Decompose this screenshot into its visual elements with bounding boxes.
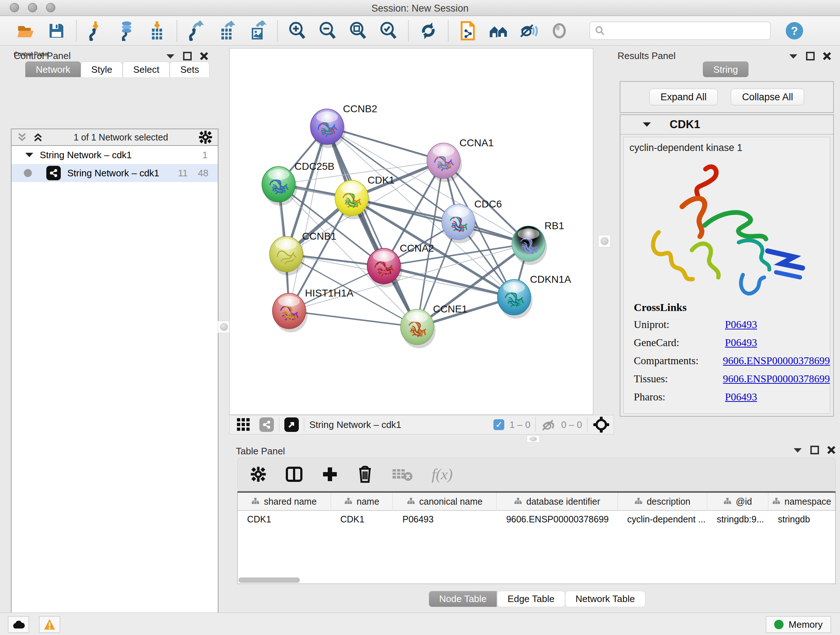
table-cell[interactable]: CDK1: [238, 511, 331, 527]
tab-edge-table[interactable]: Edge Table: [497, 591, 565, 607]
string-document-icon[interactable]: [458, 21, 478, 41]
table-cell[interactable]: CDK1: [331, 511, 393, 527]
open-file-icon[interactable]: [16, 21, 36, 41]
tab-node-table[interactable]: Node Table: [429, 591, 497, 607]
column-header-name[interactable]: name: [331, 493, 393, 510]
close-panel-icon[interactable]: [827, 446, 836, 454]
warning-button[interactable]: [39, 616, 60, 633]
gene-collapse-icon[interactable]: [642, 121, 652, 128]
tab-string[interactable]: String: [703, 62, 748, 77]
save-session-icon[interactable]: [46, 21, 66, 41]
zoom-selected-icon[interactable]: [378, 21, 399, 41]
column-type-icon: [772, 496, 780, 507]
maximize-panel-icon[interactable]: [183, 52, 192, 60]
column-header-shared-name[interactable]: shared name: [238, 493, 331, 510]
pan-crosshair-icon[interactable]: [592, 416, 610, 433]
export-image-icon[interactable]: [248, 21, 268, 41]
crosslink-row: Pharos:P06493: [634, 391, 830, 403]
split-columns-icon[interactable]: [286, 466, 303, 483]
column-type-icon: [251, 496, 259, 507]
network-icon: [46, 166, 61, 180]
svg-text:?: ?: [791, 24, 798, 37]
close-panel-icon[interactable]: [823, 52, 831, 60]
export-table-icon[interactable]: [217, 21, 237, 41]
grid-view-icon[interactable]: [236, 417, 251, 432]
refresh-icon[interactable]: [418, 21, 439, 41]
table-panel: Table Panel f(x) shared namenamecanonica…: [234, 440, 840, 607]
import-database-icon[interactable]: [117, 21, 137, 41]
table-cell[interactable]: 9606.ENSP00000378699: [497, 511, 618, 527]
crosslink-link[interactable]: 9606.ENSP00000378699: [723, 373, 830, 385]
hidden-eye-icon[interactable]: [541, 418, 557, 431]
add-column-icon[interactable]: [322, 466, 338, 483]
left-splitter-handle[interactable]: [218, 321, 230, 333]
node-label: CCNE1: [433, 303, 467, 315]
right-splitter-handle[interactable]: [598, 235, 611, 247]
network-row[interactable]: String Network – cdk1 11 48: [11, 164, 218, 182]
network-collection-row[interactable]: String Network – cdk1 1: [11, 146, 218, 164]
import-table-icon[interactable]: [147, 21, 167, 41]
node-label: CDKN1A: [530, 274, 571, 285]
maximize-panel-icon[interactable]: [810, 446, 819, 454]
tab-sets[interactable]: Sets: [170, 62, 210, 77]
tab-network[interactable]: Network: [25, 62, 81, 77]
network-edge[interactable]: [289, 311, 417, 327]
float-panel-icon[interactable]: [793, 447, 802, 453]
crosslink-link[interactable]: P06493: [725, 337, 757, 348]
collection-label: String Network – cdk1: [40, 149, 202, 161]
table-cell[interactable]: stringdb:9...: [707, 511, 768, 527]
help-icon[interactable]: ?: [784, 21, 805, 41]
search-input[interactable]: [590, 22, 771, 40]
zoom-out-icon[interactable]: [317, 21, 338, 41]
table-settings-icon[interactable]: [250, 466, 267, 483]
export-network-icon[interactable]: [187, 21, 207, 41]
collapse-all-icon[interactable]: [17, 132, 27, 142]
network-view-icon[interactable]: [259, 417, 274, 432]
table-cell[interactable]: cyclin-dependent ...: [618, 511, 707, 527]
homes-icon[interactable]: [488, 21, 508, 41]
column-header-description[interactable]: description: [618, 493, 707, 510]
expand-all-icon[interactable]: [33, 132, 43, 142]
gear-icon[interactable]: [198, 130, 213, 144]
network-edge[interactable]: [352, 198, 529, 244]
zoom-fit-icon[interactable]: [348, 21, 368, 41]
hide-glasses-icon[interactable]: [519, 21, 539, 41]
tab-select[interactable]: Select: [123, 62, 170, 77]
table-cell[interactable]: stringdb: [768, 511, 835, 527]
column-header--id[interactable]: @id: [707, 493, 768, 510]
column-header-canonical-name[interactable]: canonical name: [393, 493, 497, 510]
memory-button[interactable]: Memory: [766, 616, 831, 633]
horizontal-scrollbar[interactable]: [238, 578, 300, 583]
zoom-in-icon[interactable]: [287, 21, 308, 41]
control-panel-title: Control Panel: [14, 50, 71, 62]
expand-all-button[interactable]: Expand All: [649, 89, 718, 105]
network-label: String Network – cdk1: [67, 168, 178, 179]
column-header-namespace[interactable]: namespace: [768, 493, 835, 510]
crosslink-link[interactable]: P06493: [725, 318, 757, 331]
open-view-icon[interactable]: [284, 417, 299, 432]
collapse-all-button[interactable]: Collapse All: [731, 89, 804, 105]
import-network-icon[interactable]: [86, 21, 106, 41]
network-status-dot: [24, 169, 32, 177]
results-panel-title: Results Panel: [617, 50, 676, 62]
table-cell[interactable]: P06493: [393, 511, 497, 527]
crosslink-link[interactable]: 9606.ENSP00000378699: [723, 355, 830, 367]
float-panel-icon[interactable]: [166, 53, 175, 59]
network-edge[interactable]: [289, 127, 327, 311]
cloud-status-button[interactable]: [8, 616, 29, 633]
float-panel-icon[interactable]: [789, 53, 798, 59]
column-header-database-identifier[interactable]: database identifier: [497, 493, 618, 510]
show-eye-icon[interactable]: [549, 21, 569, 41]
delete-column-icon[interactable]: [357, 465, 373, 483]
tab-network-table[interactable]: Network Table: [565, 591, 645, 607]
close-panel-icon[interactable]: [200, 52, 208, 60]
network-canvas[interactable]: CCNB2CCNA1CDC25BCDK1CDC6RB1CCNB1CCNA2CDK…: [229, 48, 593, 415]
crosslink-link[interactable]: P06493: [725, 391, 757, 403]
node-label: CCNA2: [400, 242, 434, 254]
column-type-icon: [344, 496, 352, 507]
node-table[interactable]: shared namenamecanonical namedatabase id…: [237, 491, 836, 584]
tab-style[interactable]: Style: [81, 62, 123, 77]
selected-checkbox-icon[interactable]: ✓: [493, 419, 504, 430]
collection-expand-icon[interactable]: [25, 151, 34, 158]
maximize-panel-icon[interactable]: [806, 52, 815, 60]
